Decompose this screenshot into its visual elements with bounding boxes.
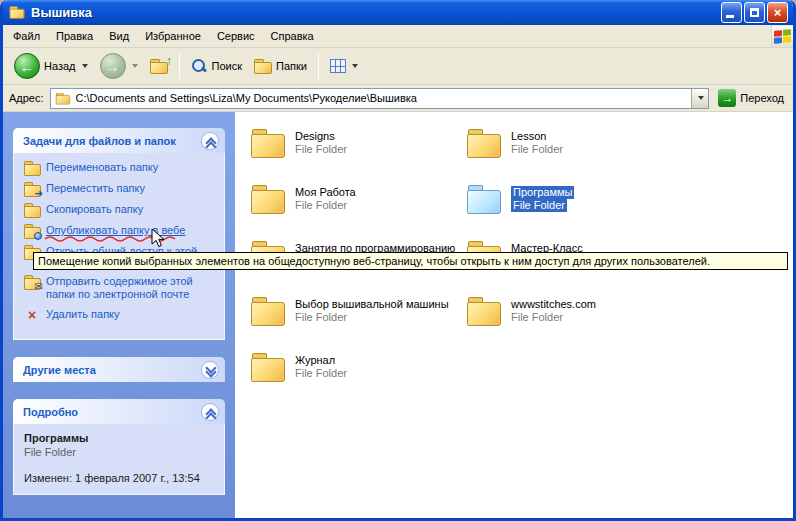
back-dropdown-icon[interactable]	[82, 64, 88, 68]
toolbar-separator	[179, 53, 180, 79]
file-tasks-title: Задачи для файлов и папок	[23, 135, 201, 147]
file-item[interactable]: DesignsFile Folder	[251, 128, 347, 184]
email-folder-icon: ✉	[24, 275, 40, 289]
address-folder-icon	[55, 92, 69, 104]
maximize-button[interactable]	[744, 2, 765, 23]
search-icon	[191, 58, 208, 75]
address-path: C:\Documents and Settings\Liza\My Docume…	[76, 92, 688, 104]
rename-folder-icon	[24, 161, 40, 175]
search-label: Поиск	[212, 60, 242, 72]
menu-help[interactable]: Справка	[263, 27, 322, 45]
folders-label: Папки	[276, 60, 307, 72]
menu-tools[interactable]: Сервис	[209, 27, 263, 45]
task-publish-folder-web[interactable]: Опубликовать папку в вебе	[24, 224, 218, 238]
details-item-modified: Изменен: 1 февраля 2007 г., 13:54	[24, 472, 218, 484]
search-button[interactable]: Поиск	[186, 55, 247, 78]
forward-dropdown-icon	[132, 64, 138, 68]
views-icon	[330, 59, 346, 73]
back-icon: ←	[14, 53, 40, 79]
file-item[interactable]: ПрограммыFile Folder	[467, 184, 574, 240]
up-button[interactable]: ↑	[145, 56, 173, 77]
address-label: Адрес:	[9, 92, 44, 104]
file-item[interactable]: wwwstitches.comFile Folder	[467, 296, 596, 352]
folder-icon	[251, 352, 285, 382]
collapse-chevron-icon[interactable]	[201, 403, 219, 421]
toolbar-separator	[318, 53, 319, 79]
tooltip: Помещение копий выбранных элементов на о…	[33, 252, 788, 270]
folders-button[interactable]: Папки	[249, 56, 312, 77]
mouse-cursor-icon	[151, 228, 165, 248]
task-delete-folder[interactable]: × Удалить папку	[24, 308, 218, 322]
views-button[interactable]	[325, 56, 363, 76]
file-item[interactable]: LessonFile Folder	[467, 128, 563, 184]
copy-folder-icon	[24, 203, 40, 217]
details-body: Программы File Folder Изменен: 1 февраля…	[13, 424, 225, 495]
details-title: Подробно	[23, 406, 201, 418]
menu-view[interactable]: Вид	[101, 27, 137, 45]
details-header[interactable]: Подробно	[13, 399, 225, 424]
folders-icon	[254, 59, 272, 74]
main-area: Задачи для файлов и папок Переименовать …	[3, 112, 793, 518]
address-dropdown-button[interactable]	[691, 89, 708, 108]
task-pane: Задачи для файлов и папок Переименовать …	[3, 112, 235, 518]
publish-folder-web-icon	[24, 224, 40, 238]
details-item-type: File Folder	[24, 446, 218, 458]
task-move-folder[interactable]: ➜ Переместить папку	[24, 182, 218, 196]
folder-icon	[467, 128, 501, 158]
back-label: Назад	[44, 60, 76, 72]
task-email-folder[interactable]: ✉ Отправить содержимое этой папки по эле…	[24, 275, 218, 301]
other-places-panel: Другие места	[13, 357, 225, 382]
back-button[interactable]: ← Назад	[9, 50, 93, 82]
menu-favorites[interactable]: Избранное	[137, 27, 209, 45]
minimize-button[interactable]	[721, 2, 742, 23]
minimize-icon	[726, 15, 734, 18]
go-icon: →	[718, 89, 736, 107]
address-bar: Адрес: C:\Documents and Settings\Liza\My…	[3, 85, 793, 112]
delete-folder-icon: ×	[24, 308, 40, 322]
task-rename-folder[interactable]: Переименовать папку	[24, 161, 218, 175]
file-list-area: DesignsFile Folder LessonFile Folder Моя…	[235, 112, 793, 518]
menu-bar: Файл Правка Вид Избранное Сервис Справка	[3, 25, 793, 48]
file-tasks-header[interactable]: Задачи для файлов и папок	[13, 128, 225, 153]
window-title: Вышивка	[31, 5, 721, 20]
folder-icon-selected	[467, 184, 501, 214]
forward-button[interactable]: →	[95, 50, 143, 82]
close-button[interactable]: ×	[767, 2, 788, 23]
maximize-icon	[750, 8, 759, 17]
other-places-title: Другие места	[23, 364, 201, 376]
expand-chevron-icon[interactable]	[201, 361, 219, 379]
forward-icon: →	[100, 53, 126, 79]
title-bar[interactable]: Вышивка ×	[3, 0, 793, 25]
up-folder-icon: ↑	[150, 59, 168, 74]
address-input[interactable]: C:\Documents and Settings\Liza\My Docume…	[50, 88, 710, 109]
file-item[interactable]: Моя РаботаFile Folder	[251, 184, 356, 240]
move-folder-icon: ➜	[24, 182, 40, 196]
file-tasks-panel: Задачи для файлов и папок Переименовать …	[13, 128, 225, 340]
up-arrow-icon: ↑	[166, 53, 173, 68]
address-dropdown-icon	[698, 96, 704, 100]
task-copy-folder[interactable]: Скопировать папку	[24, 203, 218, 217]
file-item[interactable]: Выбор вышивальной машиныFile Folder	[251, 296, 449, 352]
file-item[interactable]: ЖурналFile Folder	[251, 352, 347, 408]
go-label: Переход	[740, 92, 784, 104]
folder-icon	[251, 296, 285, 326]
other-places-header[interactable]: Другие места	[13, 357, 225, 382]
folder-icon	[251, 184, 285, 214]
explorer-window: Вышивка × Файл Правка Вид Избранное Серв…	[0, 0, 796, 521]
go-button[interactable]: → Переход	[715, 89, 787, 107]
folder-icon	[251, 128, 285, 158]
details-panel: Подробно Программы File Folder Изменен: …	[13, 399, 225, 495]
collapse-chevron-icon[interactable]	[201, 132, 219, 150]
views-dropdown-icon[interactable]	[352, 64, 358, 68]
window-folder-icon	[9, 6, 24, 19]
window-controls: ×	[721, 2, 788, 23]
menu-edit[interactable]: Правка	[48, 27, 101, 45]
file-tasks-body: Переименовать папку ➜ Переместить папку …	[13, 153, 225, 340]
folder-icon	[467, 296, 501, 326]
toolbar: ← Назад → ↑ Поиск Папки	[3, 48, 793, 85]
windows-logo-icon	[771, 26, 793, 47]
menu-file[interactable]: Файл	[5, 27, 48, 45]
details-item-name: Программы	[24, 432, 218, 444]
